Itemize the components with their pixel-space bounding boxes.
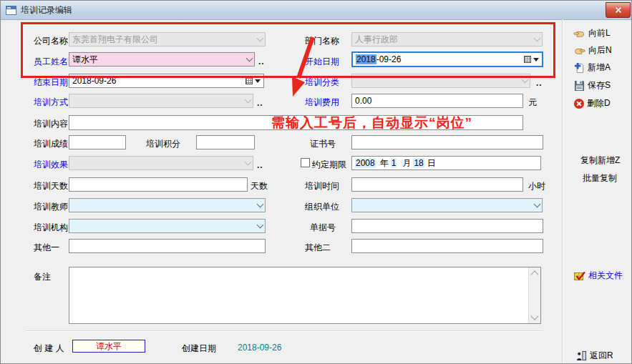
method-select: [69, 94, 253, 108]
days-unit: 天数: [251, 180, 268, 192]
department-select: 人事行政部: [351, 32, 543, 46]
agreed-term-checkbox[interactable]: [301, 158, 310, 167]
new-button[interactable]: 新增A: [574, 62, 611, 74]
hours-unit: 小时: [528, 180, 545, 192]
agreed-term-label: 约定期限: [312, 159, 346, 171]
points-label: 培训积分: [146, 138, 180, 150]
category-select: [351, 74, 530, 88]
hand-left-icon: [573, 29, 585, 38]
score-input[interactable]: [69, 135, 126, 149]
start-date-picker-button[interactable]: [524, 56, 539, 63]
doc-no-label: 单据号: [310, 222, 336, 234]
hours-label: 培训时间: [305, 180, 339, 192]
window-title: 培训记录编辑: [21, 4, 72, 16]
horizontal-divider: [26, 330, 543, 332]
agreed-term-day[interactable]: 18: [413, 158, 424, 168]
points-input[interactable]: [196, 135, 255, 149]
batch-copy-button[interactable]: 批量复制: [583, 172, 617, 185]
chevron-down-icon: [245, 97, 252, 104]
end-date-label: 结束日期: [34, 77, 68, 89]
category-lookup-button[interactable]: ..: [536, 78, 543, 88]
doc-no-input[interactable]: [351, 219, 543, 233]
related-files-button[interactable]: 相关文件: [574, 270, 623, 282]
company-label: 公司名称: [34, 35, 68, 47]
sidebar-divider: [562, 19, 563, 363]
institution-select[interactable]: [69, 219, 266, 233]
cost-unit: 元: [528, 97, 537, 109]
calendar-icon: [524, 56, 531, 63]
return-door-icon: [576, 350, 587, 361]
agreed-term-month[interactable]: 1: [391, 158, 397, 168]
org-unit-select[interactable]: [351, 198, 543, 212]
remarks-scrollbar[interactable]: [528, 267, 540, 323]
agreed-term-year-unit: 年: [380, 157, 389, 169]
hours-input[interactable]: [351, 177, 523, 192]
agreed-term-day-unit: 日: [427, 157, 436, 169]
creator-label: 创 建 人: [34, 343, 64, 355]
backward-button[interactable]: 向后N: [573, 44, 612, 56]
other2-label: 其他二: [305, 242, 331, 254]
teacher-select[interactable]: [69, 198, 266, 212]
calendar-icon: [245, 77, 253, 84]
copy-new-label: 复制新增Z: [580, 154, 620, 167]
content-input[interactable]: [69, 115, 523, 130]
chevron-down-icon: [257, 201, 264, 208]
scroll-up-icon[interactable]: [530, 270, 538, 278]
cert-no-label: 证书号: [310, 138, 336, 150]
cert-no-input[interactable]: [351, 135, 543, 149]
teacher-label: 培训教师: [34, 201, 68, 213]
end-date-value: 2018-09-26: [72, 76, 116, 86]
org-unit-label: 组织单位: [305, 201, 339, 213]
save-floppy-icon: [574, 80, 585, 91]
create-date-value: 2018-09-26: [238, 343, 281, 353]
new-label: 新增A: [588, 62, 611, 74]
training-record-edit-dialog: 培训记录编辑 向前L 向后N 新增A 保存: [0, 0, 632, 364]
end-date-picker-button[interactable]: [245, 77, 261, 84]
delete-label: 删除D: [587, 97, 611, 109]
start-date-label: 开始日期: [305, 56, 339, 68]
effect-lookup-button[interactable]: ..: [257, 160, 263, 170]
close-icon[interactable]: [606, 2, 631, 18]
effect-select: [69, 156, 253, 170]
content-label: 培训内容: [34, 118, 68, 130]
employee-lookup-button[interactable]: ..: [258, 56, 265, 67]
employee-select[interactable]: 谭水平: [69, 52, 255, 67]
method-label: 培训方式: [34, 97, 68, 109]
back-button[interactable]: 返回R: [576, 350, 613, 362]
days-input[interactable]: [69, 177, 248, 192]
delete-x-icon: [574, 99, 584, 109]
delete-button[interactable]: 删除D: [574, 97, 611, 109]
title-bar: 培训记录编辑: [1, 1, 631, 20]
copy-new-button[interactable]: 复制新增Z: [580, 154, 620, 167]
agreed-term-input[interactable]: 2008 年 1 月 18 日: [351, 156, 541, 170]
department-value: 人事行政部: [355, 34, 398, 46]
create-date-label: 创建日期: [182, 343, 216, 355]
backward-label: 向后N: [588, 44, 612, 56]
cost-input[interactable]: 0.00: [351, 94, 523, 108]
other2-input[interactable]: [351, 239, 543, 253]
chevron-down-icon: [534, 35, 541, 42]
method-lookup-button[interactable]: ..: [257, 98, 263, 108]
end-date-input[interactable]: 2018-09-26: [69, 74, 264, 88]
app-window-icon: [6, 6, 16, 15]
institution-label: 培训机构: [34, 222, 68, 234]
new-document-icon: [574, 62, 585, 73]
hand-right-icon: [573, 46, 585, 55]
remarks-textarea[interactable]: [69, 267, 541, 324]
forward-button[interactable]: 向前L: [573, 27, 611, 39]
employee-label: 员工姓名: [34, 56, 68, 68]
start-date-input[interactable]: 2018-09-26: [351, 51, 543, 67]
scroll-down-icon[interactable]: [530, 312, 538, 320]
creator-value: 谭水平: [96, 340, 122, 353]
creator-value-box: 谭水平: [72, 340, 145, 353]
agreed-term-year[interactable]: 2008: [355, 158, 376, 168]
department-label: 部门名称: [305, 35, 339, 47]
chevron-down-icon: [246, 55, 253, 62]
other1-input[interactable]: [69, 239, 266, 253]
save-button[interactable]: 保存S: [574, 79, 611, 92]
chevron-down-icon: [245, 159, 252, 166]
related-files-icon: [574, 271, 585, 281]
batch-copy-label: 批量复制: [583, 172, 617, 185]
chevron-down-icon: [522, 77, 529, 84]
category-label: 培训分类: [305, 77, 339, 89]
